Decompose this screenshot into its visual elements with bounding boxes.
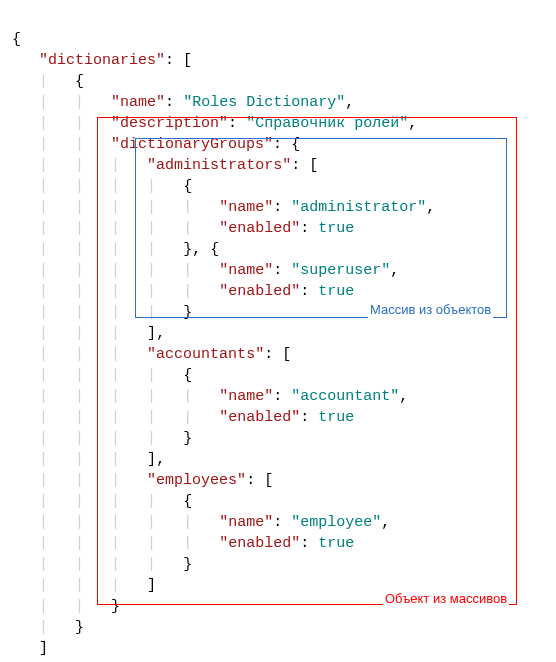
json-string: "Справочник ролей" xyxy=(246,115,408,132)
json-key: "name" xyxy=(219,262,273,279)
json-key: "dictionaries" xyxy=(39,52,165,69)
json-key: "name" xyxy=(111,94,165,111)
json-bool: true xyxy=(318,535,354,552)
json-key: "dictionaryGroups" xyxy=(111,136,273,153)
json-string: "administrator" xyxy=(291,199,426,216)
json-string: "superuser" xyxy=(291,262,390,279)
json-key: "description" xyxy=(111,115,228,132)
annotation-label-object-of-arrays: Объект из массивов xyxy=(383,588,509,609)
json-key: "name" xyxy=(219,199,273,216)
code-viewer: { "dictionaries": [ | { | | "name": "Rol… xyxy=(0,0,556,662)
json-key: "accountants" xyxy=(147,346,264,363)
json-key: "name" xyxy=(219,388,273,405)
annotation-label-array-of-objects: Массив из объектов xyxy=(368,299,493,320)
json-key: "enabled" xyxy=(219,220,300,237)
json-string: "employee" xyxy=(291,514,381,531)
json-key: "administrators" xyxy=(147,157,291,174)
json-key: "enabled" xyxy=(219,535,300,552)
json-key: "enabled" xyxy=(219,283,300,300)
json-bool: true xyxy=(318,220,354,237)
json-string: "Roles Dictionary" xyxy=(183,94,345,111)
json-key: "name" xyxy=(219,514,273,531)
json-bool: true xyxy=(318,409,354,426)
json-string: "accountant" xyxy=(291,388,399,405)
json-key: "enabled" xyxy=(219,409,300,426)
json-bool: true xyxy=(318,283,354,300)
brace: { xyxy=(12,31,21,48)
json-key: "employees" xyxy=(147,472,246,489)
